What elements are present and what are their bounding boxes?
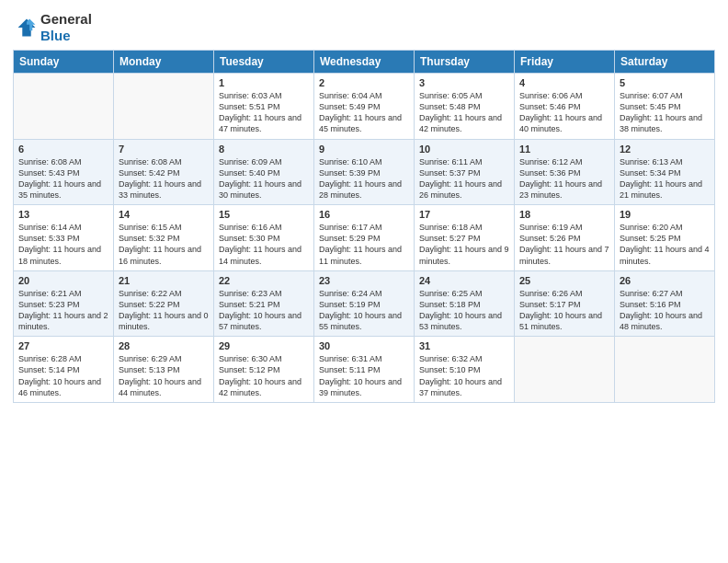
day-info: Sunrise: 6:17 AM Sunset: 5:29 PM Dayligh… <box>319 222 409 267</box>
day-number: 3 <box>419 77 509 88</box>
day-info: Sunrise: 6:13 AM Sunset: 5:34 PM Dayligh… <box>620 156 710 201</box>
weekday-header-row: SundayMondayTuesdayWednesdayThursdayFrid… <box>14 51 715 74</box>
day-info: Sunrise: 6:23 AM Sunset: 5:21 PM Dayligh… <box>219 288 309 333</box>
svg-marker-0 <box>18 19 36 37</box>
day-info: Sunrise: 6:05 AM Sunset: 5:48 PM Dayligh… <box>419 90 509 135</box>
day-info: Sunrise: 6:11 AM Sunset: 5:37 PM Dayligh… <box>419 156 509 201</box>
day-number: 2 <box>319 77 409 88</box>
day-info: Sunrise: 6:31 AM Sunset: 5:11 PM Dayligh… <box>319 353 409 398</box>
day-cell: 9Sunrise: 6:10 AM Sunset: 5:39 PM Daylig… <box>314 139 415 205</box>
week-row-5: 27Sunrise: 6:28 AM Sunset: 5:14 PM Dayli… <box>14 337 715 403</box>
day-cell <box>615 337 715 403</box>
day-info: Sunrise: 6:08 AM Sunset: 5:42 PM Dayligh… <box>119 156 209 201</box>
weekday-thursday: Thursday <box>415 51 515 74</box>
day-info: Sunrise: 6:09 AM Sunset: 5:40 PM Dayligh… <box>219 156 309 201</box>
day-number: 30 <box>319 340 409 351</box>
day-cell: 17Sunrise: 6:18 AM Sunset: 5:27 PM Dayli… <box>415 205 515 271</box>
day-cell: 24Sunrise: 6:25 AM Sunset: 5:18 PM Dayli… <box>415 270 515 337</box>
day-number: 23 <box>319 275 409 286</box>
day-info: Sunrise: 6:16 AM Sunset: 5:30 PM Dayligh… <box>219 222 309 267</box>
day-number: 7 <box>119 144 209 155</box>
day-number: 9 <box>319 144 409 155</box>
day-cell: 10Sunrise: 6:11 AM Sunset: 5:37 PM Dayli… <box>415 139 515 205</box>
day-number: 24 <box>419 275 509 286</box>
day-cell: 18Sunrise: 6:19 AM Sunset: 5:26 PM Dayli… <box>515 205 615 271</box>
weekday-monday: Monday <box>114 51 214 74</box>
day-info: Sunrise: 6:18 AM Sunset: 5:27 PM Dayligh… <box>419 222 509 267</box>
day-cell: 29Sunrise: 6:30 AM Sunset: 5:12 PM Dayli… <box>214 337 314 403</box>
day-info: Sunrise: 6:25 AM Sunset: 5:18 PM Dayligh… <box>419 288 509 333</box>
day-cell: 4Sunrise: 6:06 AM Sunset: 5:46 PM Daylig… <box>515 74 615 140</box>
day-number: 11 <box>519 144 609 155</box>
logo-blue-text: Blue <box>40 28 71 43</box>
weekday-wednesday: Wednesday <box>314 51 415 74</box>
day-cell: 14Sunrise: 6:15 AM Sunset: 5:32 PM Dayli… <box>114 205 214 271</box>
day-number: 4 <box>519 77 609 88</box>
day-number: 31 <box>419 340 509 351</box>
calendar-table: SundayMondayTuesdayWednesdayThursdayFrid… <box>13 50 715 403</box>
day-cell <box>515 337 615 403</box>
day-number: 27 <box>18 340 108 351</box>
day-number: 12 <box>620 144 710 155</box>
day-number: 20 <box>18 275 108 286</box>
day-number: 22 <box>219 275 309 286</box>
day-number: 19 <box>620 209 710 220</box>
logo-general-text: General <box>40 11 92 27</box>
day-info: Sunrise: 6:07 AM Sunset: 5:45 PM Dayligh… <box>620 90 710 135</box>
day-cell: 7Sunrise: 6:08 AM Sunset: 5:42 PM Daylig… <box>114 139 214 205</box>
day-number: 18 <box>519 209 609 220</box>
day-number: 14 <box>119 209 209 220</box>
day-number: 17 <box>419 209 509 220</box>
day-cell: 5Sunrise: 6:07 AM Sunset: 5:45 PM Daylig… <box>615 74 715 140</box>
day-info: Sunrise: 6:14 AM Sunset: 5:33 PM Dayligh… <box>18 222 108 267</box>
day-info: Sunrise: 6:27 AM Sunset: 5:16 PM Dayligh… <box>620 288 710 333</box>
day-number: 13 <box>18 209 108 220</box>
day-info: Sunrise: 6:30 AM Sunset: 5:12 PM Dayligh… <box>219 353 309 398</box>
week-row-3: 13Sunrise: 6:14 AM Sunset: 5:33 PM Dayli… <box>14 205 715 271</box>
day-cell: 20Sunrise: 6:21 AM Sunset: 5:23 PM Dayli… <box>14 270 114 337</box>
day-cell: 21Sunrise: 6:22 AM Sunset: 5:22 PM Dayli… <box>114 270 214 337</box>
day-cell: 1Sunrise: 6:03 AM Sunset: 5:51 PM Daylig… <box>214 74 314 140</box>
day-cell: 31Sunrise: 6:32 AM Sunset: 5:10 PM Dayli… <box>415 337 515 403</box>
day-number: 10 <box>419 144 509 155</box>
logo-icon <box>17 17 37 38</box>
day-info: Sunrise: 6:19 AM Sunset: 5:26 PM Dayligh… <box>519 222 609 267</box>
day-info: Sunrise: 6:32 AM Sunset: 5:10 PM Dayligh… <box>419 353 509 398</box>
day-number: 1 <box>219 77 309 88</box>
day-info: Sunrise: 6:04 AM Sunset: 5:49 PM Dayligh… <box>319 90 409 135</box>
day-cell: 16Sunrise: 6:17 AM Sunset: 5:29 PM Dayli… <box>314 205 415 271</box>
day-number: 16 <box>319 209 409 220</box>
day-cell: 6Sunrise: 6:08 AM Sunset: 5:43 PM Daylig… <box>14 139 114 205</box>
day-info: Sunrise: 6:26 AM Sunset: 5:17 PM Dayligh… <box>519 288 609 333</box>
day-number: 28 <box>119 340 209 351</box>
day-cell <box>114 74 214 140</box>
day-info: Sunrise: 6:24 AM Sunset: 5:19 PM Dayligh… <box>319 288 409 333</box>
day-cell: 28Sunrise: 6:29 AM Sunset: 5:13 PM Dayli… <box>114 337 214 403</box>
day-info: Sunrise: 6:10 AM Sunset: 5:39 PM Dayligh… <box>319 156 409 201</box>
day-cell: 25Sunrise: 6:26 AM Sunset: 5:17 PM Dayli… <box>515 270 615 337</box>
day-cell: 11Sunrise: 6:12 AM Sunset: 5:36 PM Dayli… <box>515 139 615 205</box>
day-cell: 19Sunrise: 6:20 AM Sunset: 5:25 PM Dayli… <box>615 205 715 271</box>
day-cell: 23Sunrise: 6:24 AM Sunset: 5:19 PM Dayli… <box>314 270 415 337</box>
day-info: Sunrise: 6:20 AM Sunset: 5:25 PM Dayligh… <box>620 222 710 267</box>
day-info: Sunrise: 6:08 AM Sunset: 5:43 PM Dayligh… <box>18 156 108 201</box>
logo: General Blue <box>17 11 92 44</box>
day-info: Sunrise: 6:15 AM Sunset: 5:32 PM Dayligh… <box>119 222 209 267</box>
day-cell: 27Sunrise: 6:28 AM Sunset: 5:14 PM Dayli… <box>14 337 114 403</box>
page: { "header": { "logo_general": "General",… <box>0 0 728 563</box>
day-cell: 13Sunrise: 6:14 AM Sunset: 5:33 PM Dayli… <box>14 205 114 271</box>
day-cell: 30Sunrise: 6:31 AM Sunset: 5:11 PM Dayli… <box>314 337 415 403</box>
week-row-2: 6Sunrise: 6:08 AM Sunset: 5:43 PM Daylig… <box>14 139 715 205</box>
day-cell: 22Sunrise: 6:23 AM Sunset: 5:21 PM Dayli… <box>214 270 314 337</box>
day-cell: 15Sunrise: 6:16 AM Sunset: 5:30 PM Dayli… <box>214 205 314 271</box>
day-cell: 12Sunrise: 6:13 AM Sunset: 5:34 PM Dayli… <box>615 139 715 205</box>
day-number: 29 <box>219 340 309 351</box>
week-row-4: 20Sunrise: 6:21 AM Sunset: 5:23 PM Dayli… <box>14 270 715 337</box>
day-number: 21 <box>119 275 209 286</box>
day-info: Sunrise: 6:03 AM Sunset: 5:51 PM Dayligh… <box>219 90 309 135</box>
day-number: 6 <box>18 144 108 155</box>
weekday-saturday: Saturday <box>615 51 715 74</box>
header: General Blue <box>0 0 728 50</box>
day-cell: 26Sunrise: 6:27 AM Sunset: 5:16 PM Dayli… <box>615 270 715 337</box>
day-cell: 2Sunrise: 6:04 AM Sunset: 5:49 PM Daylig… <box>314 74 415 140</box>
